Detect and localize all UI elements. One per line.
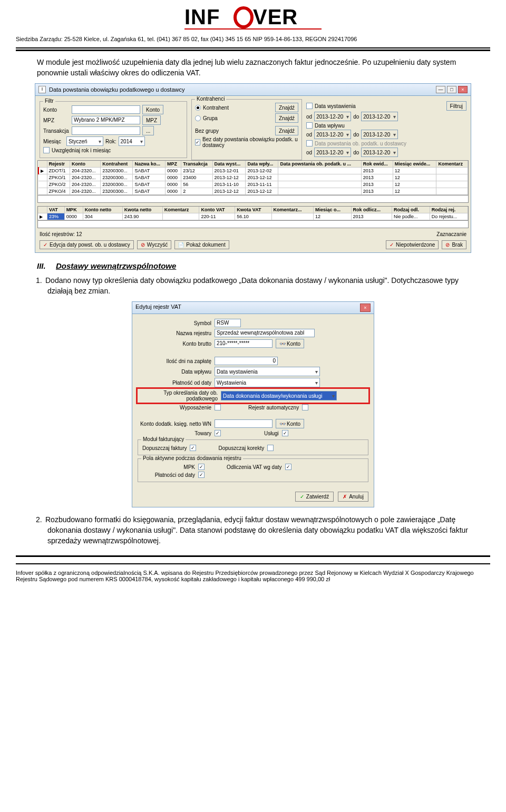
nazwa-input[interactable]: Sprzedaż wewnątrzwspólnotowa zabl	[215, 329, 315, 337]
mpk-checkbox[interactable]	[198, 464, 205, 470]
transakcja-input[interactable]	[72, 126, 140, 135]
radio-kontrahent[interactable]	[195, 105, 201, 111]
grid-registers[interactable]: RejestrKontoKontrahentNazwa ko...MPZTran…	[37, 160, 469, 195]
mpz-button[interactable]: MPZ	[142, 115, 161, 125]
kontob-input[interactable]: 210-*****-*****	[215, 339, 273, 348]
do2: do	[353, 132, 359, 138]
data-wyst-label: Data wystawienia	[315, 103, 356, 109]
uslugi-checkbox[interactable]	[282, 430, 288, 436]
konto-label: Konto	[43, 107, 70, 113]
ilosc-input[interactable]: 0	[215, 357, 278, 365]
wypos-label: Wyposażenie	[138, 405, 211, 410]
symbol-input[interactable]: RSW	[215, 319, 241, 327]
do1: do	[353, 114, 359, 120]
dopfak-label: Dopuszczaj faktury	[142, 445, 187, 451]
platod-checkbox[interactable]	[198, 472, 205, 478]
kontob-button[interactable]: 👓Konto	[276, 339, 304, 348]
bezgrupy-label: Bez grupy	[195, 128, 219, 134]
dialog-title: Edytuj rejestr VAT	[135, 304, 181, 312]
od1-date[interactable]: 2013-12-20	[314, 112, 351, 121]
modul-legend: Moduł fakturujący	[141, 436, 186, 442]
grid-vat[interactable]: VATMPKKonto nettoKwota nettoKomentarzKon…	[37, 206, 469, 221]
mpz-input[interactable]: Wybrano 2 MPK/MPZ	[72, 116, 140, 124]
wypos-checkbox[interactable]	[215, 404, 221, 410]
symbol-label: Symbol	[138, 320, 211, 326]
chk-data-pop[interactable]	[306, 140, 313, 146]
od2: od	[306, 132, 312, 138]
window-maximize[interactable]: □	[447, 86, 456, 93]
dialog-close[interactable]: ×	[360, 304, 371, 312]
kontob-label: Konto brutto	[138, 341, 211, 347]
dopkor-checkbox[interactable]	[267, 445, 274, 451]
table-row[interactable]: 23%0000304243.90220-1156.10122013Nie pod…	[38, 213, 468, 220]
konto-button[interactable]: Konto	[142, 105, 163, 114]
svg-text:VER: VER	[253, 5, 298, 28]
transakcja-button[interactable]: ...	[142, 126, 154, 135]
table-row[interactable]: ZDOT/1204-2320...23200300...SABAT000023/…	[38, 168, 468, 174]
bezdaty-label: Bez daty powstania obowiązku podatk. u d…	[202, 136, 298, 148]
od1: od	[306, 114, 312, 120]
miesiac-select[interactable]: Styczeń	[66, 136, 103, 146]
od2-date[interactable]: 2013-12-20	[314, 130, 351, 139]
niepot-button[interactable]: Niepotwierdzone	[386, 240, 439, 249]
window-close[interactable]: ×	[458, 86, 468, 93]
zatwierdz-button[interactable]: Zatwierdź	[295, 492, 334, 502]
chk-data-wyst[interactable]	[306, 103, 313, 109]
typ-label: Typ określania daty ob. podatkowego	[139, 390, 218, 402]
dopfak-checkbox[interactable]	[190, 445, 196, 451]
rok-select[interactable]: 2014	[119, 136, 145, 146]
filtruj-button[interactable]: Filtruj	[446, 101, 466, 111]
check-icon	[43, 242, 47, 248]
odlvat-label: Odliczenia VAT wg daty	[227, 464, 282, 470]
list-item-2: 2.Rozbudowano formatki do księgowania, p…	[47, 515, 469, 546]
table-row[interactable]: ZPKO/4204-2320...23200300...SABAT0000220…	[38, 188, 468, 195]
cancel-icon	[343, 494, 347, 500]
typ-select[interactable]: Data dokonania dostawy/wykonania usługi	[221, 391, 337, 400]
kontod-button[interactable]: 👓Konto	[276, 419, 304, 428]
svg-point-1	[235, 8, 252, 27]
od3-date[interactable]: 2013-12-20	[314, 148, 351, 157]
table-row[interactable]: ZPKO/2204-2320...23200300...SABAT0000562…	[38, 181, 468, 188]
table-row[interactable]: ZPKO/1204-2320...23200300...SABAT0000234…	[38, 174, 468, 181]
do3-date[interactable]: 2013-12-20	[361, 148, 398, 157]
wyczysc-button[interactable]: Wyczyść	[137, 240, 171, 249]
brak-button[interactable]: Brak	[442, 240, 466, 249]
anuluj-button[interactable]: Anuluj	[338, 492, 368, 502]
do3: do	[353, 150, 359, 155]
towary-checkbox[interactable]	[215, 430, 221, 436]
clear-icon	[141, 242, 145, 248]
kontod-input[interactable]	[215, 419, 273, 428]
data-wplywu-label: Data wpływu	[315, 123, 345, 129]
data-pop-label: Data powstania ob. podatk. u dostawcy	[315, 141, 406, 146]
chk-data-wplywu[interactable]	[306, 122, 313, 129]
znajdz1-button[interactable]: Znajdź	[275, 103, 298, 112]
konto-input[interactable]	[72, 105, 140, 114]
radio-grupa[interactable]	[195, 115, 201, 121]
dialog-edit-vat: Edytuj rejestr VAT × SymbolRSW Nazwa rej…	[132, 301, 374, 507]
datawp-select[interactable]: Data wystawienia	[215, 367, 320, 376]
kontrahenci-legend: Kontrahenci	[195, 96, 226, 102]
edit-date-button[interactable]: Edycja daty powst. ob. u dostawcy	[40, 240, 134, 249]
logo: INF VER	[16, 0, 490, 34]
status-count: Ilość rejestrów: 12	[40, 231, 82, 237]
rejaut-checkbox[interactable]	[302, 404, 308, 410]
do2-date[interactable]: 2013-12-20	[361, 130, 398, 139]
header-address: Siedziba Zarządu: 25-528 Kielce, ul. Zag…	[16, 34, 490, 45]
znajdz2-button[interactable]: Znajdź	[275, 113, 298, 123]
bezdaty-checkbox[interactable]	[195, 139, 200, 145]
znajdz3-button[interactable]: Znajdź	[275, 126, 298, 135]
footer-text: Infover spółka z ograniczoną odpowiedzia…	[16, 565, 490, 582]
filter-legend: Filtr	[43, 98, 55, 104]
uwz-checkbox[interactable]	[43, 147, 50, 153]
uslugi-label: Usługi	[264, 431, 279, 436]
window-minimize[interactable]: —	[436, 86, 445, 93]
svg-text:INF: INF	[184, 5, 220, 28]
divider	[16, 47, 490, 48]
list-item-1: 1.Dodano nowy typ określenia daty obowią…	[47, 276, 469, 296]
odlvat-checkbox[interactable]	[285, 464, 291, 470]
platn-select[interactable]: Wystawienia	[215, 378, 320, 387]
do1-date[interactable]: 2013-12-20	[361, 112, 398, 121]
pokaz-button[interactable]: Pokaż dokument	[174, 240, 229, 249]
kontod-label: Konto dodatk. księg. netto WN	[138, 421, 211, 427]
od3: od	[306, 150, 312, 155]
